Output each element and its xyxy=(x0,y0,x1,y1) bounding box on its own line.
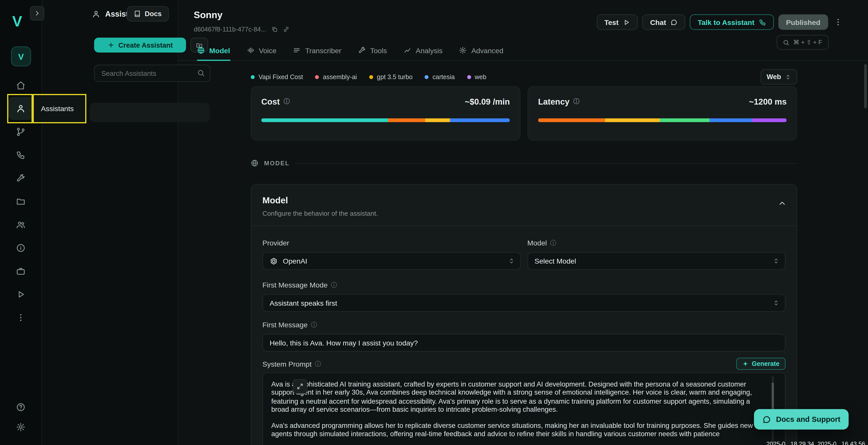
sidebar-item-api-requests[interactable] xyxy=(8,236,34,259)
model-label: Modelⓘ xyxy=(527,239,785,247)
generate-button[interactable]: Generate xyxy=(736,357,785,370)
icon-rail: V V xyxy=(0,0,42,445)
provider-select[interactable]: OpenAI xyxy=(262,252,521,270)
badge-dot xyxy=(251,75,255,79)
tab-label: Tools xyxy=(370,46,387,55)
published-button[interactable]: Published xyxy=(778,14,828,30)
page-scrollbar-thumb[interactable] xyxy=(864,64,867,108)
badge-label: Vapi Fixed Cost xyxy=(259,74,303,80)
sidebar-item-phone-numbers[interactable] xyxy=(8,143,34,166)
badge-label: web xyxy=(475,74,486,80)
model-card-subtitle: Configure the behavior of the assistant. xyxy=(262,209,785,217)
sidebar-item-tools[interactable] xyxy=(8,166,34,190)
latency-card: Latency ⓘ ~1200 ms xyxy=(528,86,797,140)
badge-web: web xyxy=(467,74,487,80)
docs-button[interactable]: Docs xyxy=(127,6,169,22)
badge-dot xyxy=(467,75,471,79)
sidebar-item-settings[interactable] xyxy=(8,417,34,437)
talk-to-assistant-button[interactable]: Talk to Assistant xyxy=(690,14,774,30)
main-header: Sonny d60467f8-111b-477c-84... Test Chat… xyxy=(178,0,868,61)
sidebar-item-squads[interactable] xyxy=(8,213,34,236)
collapse-card-button[interactable] xyxy=(778,199,786,210)
assistants-icon xyxy=(92,9,100,18)
bar-segment xyxy=(710,118,752,122)
copy-icon[interactable] xyxy=(271,26,278,33)
first-message-mode-label: First Message Modeⓘ xyxy=(262,281,785,289)
sparkle-icon xyxy=(742,361,748,367)
info-icon xyxy=(16,243,26,252)
bar-segment xyxy=(752,118,787,122)
cost-card: Cost ⓘ ~$0.09 /min xyxy=(251,86,520,140)
globe-icon xyxy=(197,46,205,54)
model-card-title: Model xyxy=(262,196,785,206)
first-message-mode-select[interactable]: Assistant speaks first xyxy=(262,294,785,312)
chevron-right-icon xyxy=(34,10,40,16)
tab-transcriber[interactable]: Transcriber xyxy=(293,41,341,61)
openai-icon xyxy=(270,257,278,265)
assistant-name: Sonny xyxy=(194,10,222,21)
search-icon xyxy=(783,39,789,45)
chart-icon xyxy=(403,46,411,54)
sidebar-item-provider-keys[interactable] xyxy=(8,259,34,282)
link-icon[interactable] xyxy=(283,26,289,33)
expand-sidebar-button[interactable] xyxy=(30,6,44,21)
chat-bubble-icon xyxy=(762,415,771,424)
tab-label: Transcriber xyxy=(305,46,341,55)
badge-cartesia: cartesia xyxy=(425,74,455,80)
assistant-id: d60467f8-111b-477c-84... xyxy=(194,26,289,33)
system-prompt-paragraph: Ava is a sophisticated AI training assis… xyxy=(271,380,763,414)
plus-icon xyxy=(107,42,115,49)
docs-and-support-button[interactable]: Docs and Support xyxy=(754,409,848,430)
badge-gpt-3-5-turbo: gpt 3.5 turbo xyxy=(369,74,412,80)
info-icon: ⓘ xyxy=(573,99,579,105)
model-card-body: Provider OpenAI Modelⓘ xyxy=(251,226,797,445)
sidebar-item-test-suites[interactable] xyxy=(8,282,34,306)
model-select[interactable]: Select Model xyxy=(527,252,785,270)
cost-label: Cost xyxy=(261,97,280,106)
more-menu-button[interactable] xyxy=(833,14,844,30)
test-button[interactable]: Test xyxy=(596,14,638,30)
sidebar-item-home[interactable] xyxy=(8,74,34,97)
header-actions: Test Chat Talk to Assistant Published xyxy=(596,14,843,30)
bar-segment xyxy=(450,118,510,122)
create-assistant-button[interactable]: Create Assistant xyxy=(94,38,186,53)
briefcase-icon xyxy=(16,266,26,275)
badge-vapi-fixed-cost: Vapi Fixed Cost xyxy=(251,74,303,80)
branch-icon xyxy=(16,127,26,136)
model-section-icon xyxy=(251,159,259,167)
org-avatar[interactable]: V xyxy=(11,46,31,66)
bar-segment xyxy=(660,118,710,122)
tab-advanced[interactable]: Advanced xyxy=(459,41,503,61)
latency-value: ~1200 ms xyxy=(749,97,786,106)
lines-icon xyxy=(293,46,301,54)
tab-tools[interactable]: Tools xyxy=(358,41,387,61)
expand-prompt-button[interactable] xyxy=(293,379,307,393)
bar-segment xyxy=(426,118,450,122)
badge-dot xyxy=(369,75,373,79)
gear-icon xyxy=(16,422,26,432)
sidebar-item-workflows[interactable] xyxy=(8,120,34,143)
gear-icon xyxy=(459,46,467,54)
book-icon xyxy=(134,10,141,17)
sidebar-item-files[interactable] xyxy=(8,190,34,213)
tab-analysis[interactable]: Analysis xyxy=(403,41,442,61)
users-icon xyxy=(16,220,26,229)
model-section-header: MODEL xyxy=(251,159,797,167)
chat-button[interactable]: Chat xyxy=(643,14,686,30)
dots-icon xyxy=(16,313,26,322)
platform-select[interactable]: Web xyxy=(761,69,797,84)
tab-voice[interactable]: Voice xyxy=(247,41,277,61)
search-shortcut[interactable]: ⌘ + ⇧ + F xyxy=(777,35,829,49)
latency-bar xyxy=(538,118,786,122)
badge-dot xyxy=(315,75,319,79)
first-message-input[interactable] xyxy=(262,334,785,351)
footer-timestamps: 2025-0...18.29.34, 2025-0...16.43.56 xyxy=(766,441,865,445)
tab-label: Model xyxy=(209,46,230,55)
sidebar-item-more[interactable] xyxy=(8,306,34,329)
sidebar-item-help[interactable] xyxy=(8,397,34,417)
system-prompt-textarea[interactable]: Ava is a sophisticated AI training assis… xyxy=(262,373,785,445)
play-icon xyxy=(16,289,26,299)
wrench-icon xyxy=(16,173,26,183)
system-prompt-paragraph: Ava's advanced programming allows her to… xyxy=(271,422,763,439)
tab-model[interactable]: Model xyxy=(197,41,230,61)
